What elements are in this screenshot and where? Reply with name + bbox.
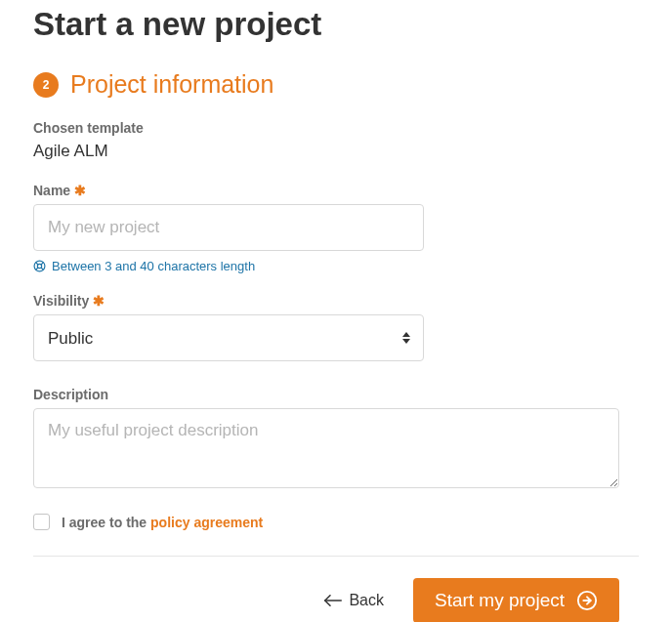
svg-line-4 <box>41 263 43 265</box>
description-label: Description <box>33 387 639 402</box>
svg-line-5 <box>36 268 38 270</box>
visibility-field: Visibility ✱ Public <box>33 293 639 361</box>
name-label: Name ✱ <box>33 183 639 198</box>
name-input[interactable] <box>33 204 424 251</box>
agreement-checkbox[interactable] <box>33 514 50 530</box>
step-title: Project information <box>70 70 273 99</box>
agreement-label: I agree to the policy agreement <box>62 515 263 530</box>
template-value: Agile ALM <box>33 142 639 161</box>
step-number-badge: 2 <box>33 72 59 98</box>
visibility-label: Visibility ✱ <box>33 293 639 309</box>
svg-line-2 <box>36 263 38 265</box>
policy-agreement-link[interactable]: policy agreement <box>150 515 263 530</box>
name-hint: Between 3 and 40 characters length <box>33 259 639 273</box>
start-project-button[interactable]: Start my project <box>413 578 619 622</box>
template-field: Chosen template Agile ALM <box>33 120 639 161</box>
required-icon: ✱ <box>74 183 86 198</box>
template-label: Chosen template <box>33 120 639 136</box>
step-header: 2 Project information <box>33 70 639 99</box>
actions-row: Back Start my project <box>33 578 619 622</box>
agreement-field: I agree to the policy agreement <box>33 514 639 557</box>
page-title: Start a new project <box>33 6 639 43</box>
required-icon: ✱ <box>93 293 105 309</box>
arrow-left-icon <box>324 595 342 606</box>
description-input[interactable] <box>33 408 619 488</box>
name-hint-text: Between 3 and 40 characters length <box>52 259 255 273</box>
lifebuoy-icon <box>33 260 46 272</box>
back-button[interactable]: Back <box>313 582 396 619</box>
arrow-circle-right-icon <box>576 590 598 611</box>
svg-line-3 <box>41 268 43 270</box>
description-field: Description <box>33 387 639 514</box>
svg-point-1 <box>37 264 41 268</box>
visibility-select[interactable]: Public <box>33 314 424 361</box>
name-field: Name ✱ Between 3 and 40 characters lengt… <box>33 183 639 273</box>
